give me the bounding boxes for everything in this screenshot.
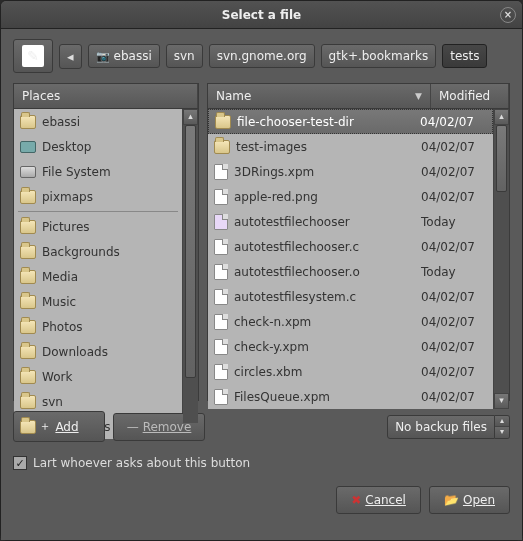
file-modified: 04/02/07 — [421, 315, 487, 329]
file-modified: Today — [421, 265, 487, 279]
file-row[interactable]: file-chooser-test-dir04/02/07 — [208, 109, 493, 134]
folder-icon — [20, 220, 36, 234]
places-item[interactable]: Music — [14, 289, 182, 314]
path-segment-3[interactable]: gtk+.bookmarks — [321, 44, 437, 68]
file-name: autotestfilesystem.c — [234, 290, 415, 304]
home-icon: 📷 — [96, 50, 110, 63]
file-row[interactable]: apple-red.png04/02/07 — [208, 184, 493, 209]
column-header-name[interactable]: Name ▼ — [208, 84, 431, 108]
places-item[interactable]: Downloads — [14, 339, 182, 364]
file-modified: 04/02/07 — [421, 365, 487, 379]
places-item-label: Desktop — [42, 140, 176, 154]
cancel-icon: ✖ — [351, 493, 361, 507]
chevron-up-icon[interactable]: ▴ — [495, 416, 509, 428]
file-row[interactable]: autotestfilechooser.oToday — [208, 259, 493, 284]
filter-combo[interactable]: No backup files ▴ ▾ — [387, 415, 510, 439]
folder-icon — [20, 395, 36, 409]
file-name: autotestfilechooser — [234, 215, 415, 229]
file-row[interactable]: circles.xbm04/02/07 — [208, 359, 493, 384]
lart-checkbox-label: Lart whoever asks about this button — [33, 456, 250, 470]
file-row[interactable]: check-y.xpm04/02/07 — [208, 334, 493, 359]
file-name: circles.xbm — [234, 365, 415, 379]
places-scrollbar[interactable]: ▴ ▾ — [182, 109, 198, 439]
file-row[interactable]: 3DRings.xpm04/02/07 — [208, 159, 493, 184]
file-name: apple-red.png — [234, 190, 415, 204]
folder-icon — [20, 320, 36, 334]
file-modified: Today — [421, 215, 487, 229]
file-name: autotestfilechooser.c — [234, 240, 415, 254]
places-item-label: Pictures — [42, 220, 176, 234]
open-button[interactable]: 📂 Open — [429, 486, 510, 514]
places-item[interactable]: ebassi — [14, 109, 182, 134]
location-toggle-button[interactable]: ✎ — [13, 39, 53, 73]
path-back-button[interactable]: ◂ — [59, 44, 82, 69]
path-segment-0[interactable]: 📷 ebassi — [88, 44, 160, 68]
places-item[interactable]: File System — [14, 159, 182, 184]
file-name: check-y.xpm — [234, 340, 415, 354]
folder-icon — [20, 115, 36, 129]
places-item-label: Work — [42, 370, 176, 384]
places-item[interactable]: Pictures — [14, 214, 182, 239]
titlebar[interactable]: Select a file × — [1, 1, 522, 29]
places-item-label: Photos — [42, 320, 176, 334]
places-header[interactable]: Places — [14, 84, 198, 108]
window-title: Select a file — [222, 8, 301, 22]
close-icon[interactable]: × — [500, 7, 516, 23]
places-item[interactable]: Work — [14, 364, 182, 389]
pencil-icon: ✎ — [22, 45, 44, 67]
exec-icon — [214, 214, 228, 230]
file-modified: 04/02/07 — [421, 290, 487, 304]
file-row[interactable]: check-n.xpm04/02/07 — [208, 309, 493, 334]
file-name: FilesQueue.xpm — [234, 390, 415, 404]
places-item[interactable]: Photos — [14, 314, 182, 339]
scroll-up-icon[interactable]: ▴ — [494, 109, 509, 125]
file-name: autotestfilechooser.o — [234, 265, 415, 279]
files-scrollbar[interactable]: ▴ ▾ — [493, 109, 509, 409]
scroll-down-icon[interactable]: ▾ — [494, 393, 509, 409]
file-modified: 04/02/07 — [421, 190, 487, 204]
file-icon — [214, 164, 228, 180]
file-modified: 04/02/07 — [421, 140, 487, 154]
file-icon — [214, 189, 228, 205]
file-row[interactable]: autotestfilesystem.c04/02/07 — [208, 284, 493, 309]
file-modified: 04/02/07 — [421, 390, 487, 404]
files-panel: Name ▼ Modified file-chooser-test-dir04/… — [207, 83, 510, 401]
places-list[interactable]: ebassiDesktopFile SystempixmapsPicturesB… — [14, 109, 182, 439]
column-header-modified[interactable]: Modified — [431, 84, 509, 108]
places-item-label: Downloads — [42, 345, 176, 359]
drive-icon — [20, 166, 36, 178]
file-row[interactable]: FilesQueue.xpm04/02/07 — [208, 384, 493, 409]
folder-icon — [20, 295, 36, 309]
folder-icon — [20, 245, 36, 259]
places-item[interactable]: Desktop — [14, 134, 182, 159]
file-row[interactable]: autotestfilechooserToday — [208, 209, 493, 234]
folder-icon — [20, 270, 36, 284]
file-row[interactable]: autotestfilechooser.c04/02/07 — [208, 234, 493, 259]
sort-desc-icon: ▼ — [415, 91, 422, 101]
path-segment-2[interactable]: svn.gnome.org — [209, 44, 315, 68]
file-icon — [214, 289, 228, 305]
scroll-up-icon[interactable]: ▴ — [183, 109, 198, 125]
file-name: file-chooser-test-dir — [237, 115, 414, 129]
file-icon — [214, 339, 228, 355]
minus-icon: — — [127, 420, 139, 434]
path-segment-1[interactable]: svn — [166, 44, 203, 68]
file-name: check-n.xpm — [234, 315, 415, 329]
folder-icon — [20, 190, 36, 204]
chevron-down-icon[interactable]: ▾ — [495, 427, 509, 438]
places-item[interactable]: Backgrounds — [14, 239, 182, 264]
file-modified: 04/02/07 — [421, 165, 487, 179]
lart-checkbox[interactable]: ✓ — [13, 456, 27, 470]
places-item[interactable]: Media — [14, 264, 182, 289]
pathbar: ✎ ◂ 📷 ebassi svn svn.gnome.org gtk+.book… — [13, 39, 510, 73]
file-icon — [214, 264, 228, 280]
places-item[interactable]: pixmaps — [14, 184, 182, 209]
folder-icon — [20, 345, 36, 359]
cancel-button[interactable]: ✖ Cancel — [336, 486, 421, 514]
file-name: 3DRings.xpm — [234, 165, 415, 179]
places-item-label: File System — [42, 165, 176, 179]
path-segment-4[interactable]: tests — [442, 44, 487, 68]
files-list[interactable]: file-chooser-test-dir04/02/07test-images… — [208, 109, 493, 409]
file-row[interactable]: test-images04/02/07 — [208, 134, 493, 159]
places-item-label: Backgrounds — [42, 245, 176, 259]
